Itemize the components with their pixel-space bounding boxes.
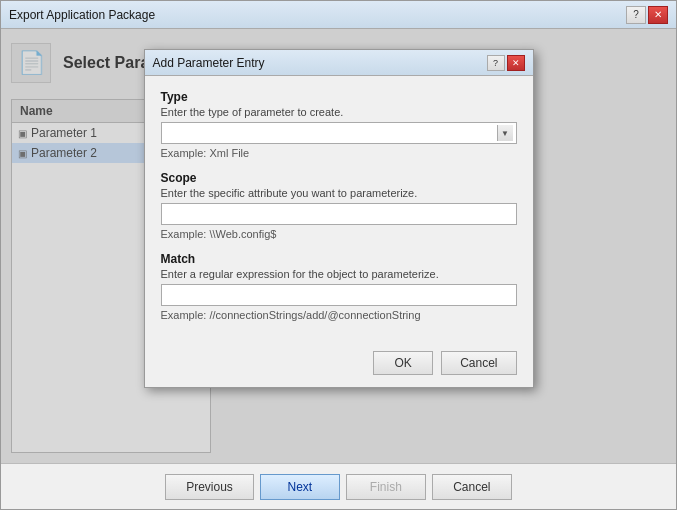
- type-select-wrapper: ▼: [161, 122, 517, 144]
- modal-content: Type Enter the type of parameter to crea…: [145, 76, 533, 343]
- previous-button[interactable]: Previous: [165, 474, 254, 500]
- modal-overlay: Add Parameter Entry ? ✕ Type Enter the t…: [1, 29, 676, 463]
- outer-window-title: Export Application Package: [9, 8, 155, 22]
- cancel-button[interactable]: Cancel: [432, 474, 512, 500]
- match-description: Enter a regular expression for the objec…: [161, 268, 517, 280]
- match-label: Match: [161, 252, 517, 266]
- scope-section: Scope Enter the specific attribute you w…: [161, 171, 517, 240]
- scope-label: Scope: [161, 171, 517, 185]
- match-example: Example: //connectionStrings/add/@connec…: [161, 309, 517, 321]
- modal-close-button[interactable]: ✕: [507, 55, 525, 71]
- next-button[interactable]: Next: [260, 474, 340, 500]
- outer-titlebar: Export Application Package ? ✕: [1, 1, 676, 29]
- outer-window: Export Application Package ? ✕ 📄 Select …: [0, 0, 677, 510]
- outer-close-button[interactable]: ✕: [648, 6, 668, 24]
- modal-title: Add Parameter Entry: [153, 56, 265, 70]
- outer-footer: Previous Next Finish Cancel: [1, 463, 676, 509]
- add-parameter-entry-dialog: Add Parameter Entry ? ✕ Type Enter the t…: [144, 49, 534, 388]
- type-description: Enter the type of parameter to create.: [161, 106, 517, 118]
- modal-help-button[interactable]: ?: [487, 55, 505, 71]
- type-select[interactable]: [161, 122, 517, 144]
- outer-titlebar-controls: ? ✕: [626, 6, 668, 24]
- modal-footer: OK Cancel: [145, 343, 533, 387]
- finish-button[interactable]: Finish: [346, 474, 426, 500]
- outer-help-button[interactable]: ?: [626, 6, 646, 24]
- ok-button[interactable]: OK: [373, 351, 433, 375]
- modal-cancel-button[interactable]: Cancel: [441, 351, 516, 375]
- scope-example: Example: \\Web.config$: [161, 228, 517, 240]
- scope-input[interactable]: [161, 203, 517, 225]
- modal-titlebar: Add Parameter Entry ? ✕: [145, 50, 533, 76]
- match-input[interactable]: [161, 284, 517, 306]
- modal-titlebar-controls: ? ✕: [487, 55, 525, 71]
- type-section: Type Enter the type of parameter to crea…: [161, 90, 517, 159]
- type-example: Example: Xml File: [161, 147, 517, 159]
- type-label: Type: [161, 90, 517, 104]
- scope-description: Enter the specific attribute you want to…: [161, 187, 517, 199]
- match-section: Match Enter a regular expression for the…: [161, 252, 517, 321]
- outer-content: 📄 Select Parameters Name ▣ Parameter 1 ▣…: [1, 29, 676, 463]
